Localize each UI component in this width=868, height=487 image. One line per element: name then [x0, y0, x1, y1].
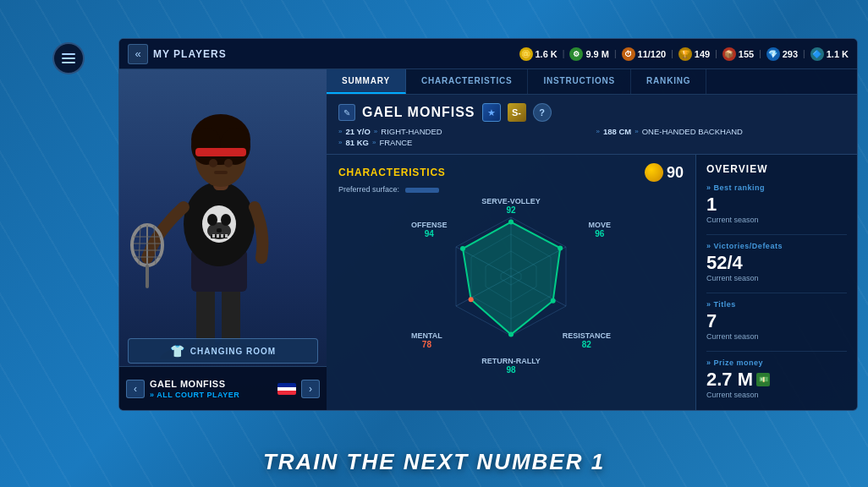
svg-point-47	[508, 220, 514, 225]
overview-prize: Prize money 2.7 M 💵 Current season	[706, 358, 847, 399]
edit-button[interactable]: ✎	[338, 104, 355, 121]
currency-gold: 🪙 1.6 K	[519, 47, 558, 61]
label-serve-volley: SERVE-VOLLEY 92	[481, 197, 540, 215]
tab-summary[interactable]: SUMMARY	[327, 69, 406, 94]
overview-titles: Titles 7 Current season	[706, 300, 847, 341]
s-badge: S-	[508, 103, 526, 122]
changing-room-button[interactable]: 👕 CHANGING ROOM	[128, 338, 318, 364]
overview-titles-label: Titles	[706, 300, 847, 309]
svg-rect-9	[217, 228, 222, 233]
player-area: 👕 CHANGING ROOM ‹ GAEL MONFISS ALL COURT…	[119, 69, 327, 410]
overview-titles-value: 7	[706, 312, 847, 331]
overview-victories-value: 52/4	[706, 254, 847, 272]
svg-point-48	[558, 245, 563, 250]
label-offense: OFFENSE 94	[411, 221, 448, 238]
green-icon: ⚙	[569, 47, 583, 61]
star-badge: ★	[482, 103, 501, 122]
currency-gem: 💎 293	[766, 47, 798, 61]
svg-rect-14	[225, 234, 228, 238]
overview-prize-sub: Current season	[706, 391, 847, 399]
label-move: MOVE 96	[588, 221, 611, 238]
svg-line-31	[139, 226, 140, 265]
france-flag	[277, 383, 296, 395]
player-info-section: ✎ GAEL MONFISS ★ S- ? » 21 Y/O » RIGHT-H…	[327, 95, 857, 155]
tagline: TRAIN THE NEXT NUMBER 1	[0, 449, 868, 475]
svg-rect-11	[212, 234, 215, 238]
diamond-icon: 🔷	[810, 47, 824, 61]
svg-point-49	[551, 298, 556, 304]
box-icon: 📦	[722, 47, 736, 61]
svg-rect-13	[221, 234, 223, 238]
label-mental: MENTAL 78	[411, 331, 442, 349]
player-card-tag: ALL COURT PLAYER	[150, 391, 272, 399]
svg-point-21	[209, 159, 217, 167]
right-panel: SUMMARY CHARAcTERiSTICS INSTRUCTIONS RAN…	[327, 69, 857, 410]
prev-player-button[interactable]: ‹	[126, 380, 145, 398]
tab-characteristics[interactable]: CHARAcTERiSTICS	[406, 69, 529, 94]
overview-best-ranking-sub: Current season	[706, 216, 847, 224]
stat-age: » 21 Y/O » RIGHT-HANDED	[338, 127, 588, 136]
overview-panel: OVERVIEW Best ranking 1 Current season V…	[696, 155, 857, 410]
currency-timer: ⏱ 11/120	[622, 47, 667, 61]
currency-diamond: 🔷 1.1 K	[810, 47, 849, 61]
hamburger-icon	[62, 53, 75, 63]
player-stats-grid: » 21 Y/O » RIGHT-HANDED » 188 CM » ONE-H…	[338, 127, 845, 147]
svg-point-18	[191, 128, 222, 165]
overview-prize-value: 2.7 M	[706, 370, 753, 389]
overview-victories: Victories/Defeats 52/4 Current season	[706, 242, 847, 282]
overview-best-ranking: Best ranking 1 Current season	[706, 183, 847, 224]
svg-rect-26	[146, 265, 149, 288]
menu-button[interactable]	[52, 42, 85, 74]
stat-weight: » 81 KG » FRANCE	[338, 138, 588, 147]
label-resistance: RESISTANCE 82	[563, 331, 611, 349]
svg-rect-23	[214, 171, 228, 174]
svg-point-50	[508, 332, 514, 337]
top-bar: « MY PLAYERS 🪙 1.6 K | ⚙ 9.9 M | ⏱ 11/12…	[119, 39, 857, 69]
tennis-ball-icon	[645, 163, 663, 182]
overview-victories-sub: Current season	[706, 274, 847, 282]
overview-victories-label: Victories/Defeats	[706, 242, 847, 250]
overview-title: OVERVIEW	[706, 163, 847, 175]
svg-point-8	[221, 214, 231, 226]
gem-icon: 💎	[766, 47, 780, 61]
tab-ranking[interactable]: RANKING	[631, 69, 706, 94]
player-name-row: ✎ GAEL MONFISS ★ S- ?	[338, 103, 845, 122]
prize-icon: 💵	[756, 373, 770, 386]
bottom-content: CHARACTERISTICS 90 Preferred surface:	[327, 155, 857, 410]
player-main-name: GAEL MONFISS	[362, 105, 475, 120]
overview-prize-row: 2.7 M 💵	[706, 370, 847, 389]
char-title: CHARACTERISTICS	[338, 167, 446, 178]
page-title: MY PLAYERS	[153, 48, 227, 60]
gold-icon: 🪙	[519, 47, 533, 61]
tab-bar: SUMMARY CHARAcTERiSTICS INSTRUCTIONS RAN…	[327, 69, 857, 95]
preferred-surface: Preferred surface:	[338, 185, 684, 194]
label-return-rally: RETURN-RALLY 98	[481, 357, 541, 375]
tab-instructions[interactable]: INSTRUCTIONS	[528, 69, 631, 94]
char-header: CHARACTERISTICS 90	[338, 163, 684, 182]
overview-prize-label: Prize money	[706, 358, 847, 367]
player-image	[119, 69, 327, 359]
next-player-button[interactable]: ›	[301, 380, 320, 398]
char-score: 90	[645, 163, 684, 182]
currency-trophy: 🏆 149	[678, 47, 710, 61]
svg-point-7	[207, 214, 217, 226]
player-card-bottom: ‹ GAEL MONFISS ALL COURT PLAYER ›	[119, 366, 327, 410]
svg-point-19	[220, 128, 250, 165]
svg-rect-12	[217, 234, 219, 238]
player-card-info: GAEL MONFISS ALL COURT PLAYER	[150, 379, 272, 399]
currency-box: 📦 155	[722, 47, 754, 61]
svg-point-51	[469, 297, 474, 302]
q-badge: ?	[533, 103, 552, 122]
content-area: 👕 CHANGING ROOM ‹ GAEL MONFISS ALL COURT…	[119, 69, 857, 410]
back-button[interactable]: «	[128, 44, 148, 64]
svg-point-52	[460, 246, 465, 251]
shirt-icon: 👕	[170, 344, 185, 358]
radar-chart: SERVE-VOLLEY 92 MOVE 96 RESISTANCE 82	[418, 200, 604, 369]
svg-rect-20	[195, 148, 246, 156]
overview-titles-sub: Current season	[706, 332, 847, 341]
characteristics-panel: CHARACTERISTICS 90 Preferred surface:	[327, 155, 696, 410]
overview-best-ranking-value: 1	[706, 195, 847, 214]
main-panel: « MY PLAYERS 🪙 1.6 K | ⚙ 9.9 M | ⏱ 11/12…	[118, 38, 858, 411]
svg-point-22	[224, 159, 233, 167]
player-card-name: GAEL MONFISS	[150, 379, 272, 389]
